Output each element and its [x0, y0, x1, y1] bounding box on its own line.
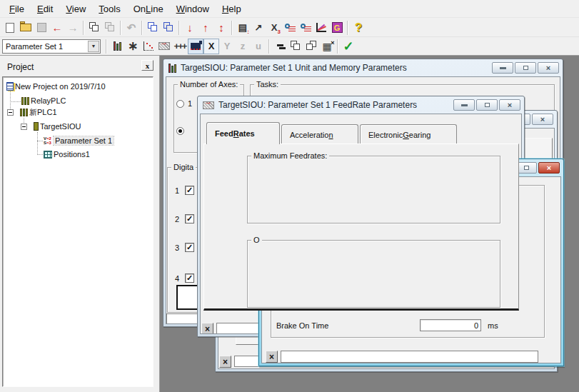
minimize-button[interactable]	[492, 62, 513, 74]
status-close-button[interactable]: ×	[266, 351, 278, 363]
feedrate-params-button[interactable]: →	[156, 39, 172, 54]
upload-button[interactable]: ↑	[198, 20, 213, 36]
g-code-button[interactable]: G	[329, 20, 345, 36]
digital-checkbox-1[interactable]: ✓	[185, 186, 194, 195]
tree-connector	[37, 154, 43, 155]
menu-online[interactable]: OnLine	[127, 1, 170, 16]
window-body: Feed Rates Acceleration Electronic Geari…	[200, 114, 522, 334]
register-search-button[interactable]: X3	[266, 20, 282, 36]
apply-button[interactable]: ✓	[341, 39, 356, 54]
download-button[interactable]: ↓	[182, 20, 198, 36]
unit-memory-params-icon	[114, 41, 121, 51]
unit-memory-params-button[interactable]	[109, 39, 125, 54]
verify-button[interactable]: ↕	[213, 20, 229, 36]
axis-u-button[interactable]: u	[251, 39, 266, 54]
close-table-button[interactable]: ▦×	[319, 39, 335, 54]
brake-on-time-input[interactable]: 0	[420, 319, 481, 331]
titlebar-unit-memory[interactable]: TargetSIOU: Parameter Set 1 Unit and Mem…	[163, 59, 563, 76]
parameter-set-combobox[interactable]: Parameter Set 1 ▼	[2, 39, 101, 54]
close-button[interactable]: ×	[499, 99, 520, 111]
tree-item-targetsiou[interactable]: TargetSIOU	[34, 121, 82, 131]
minimize-button[interactable]	[453, 99, 475, 111]
menu-edit[interactable]: Edit	[31, 1, 59, 16]
calibration-button[interactable]: +++	[172, 39, 188, 54]
back-button[interactable]: ←	[49, 20, 65, 36]
menu-file[interactable]: File	[3, 1, 31, 16]
calibration-icon: +++	[174, 41, 186, 51]
tree-connector	[37, 132, 38, 155]
toolbar-separator	[178, 21, 180, 35]
digital-checkbox-4[interactable]: ✓	[185, 273, 194, 283]
axes-radio-2[interactable]	[176, 127, 184, 135]
tree-item-project-root[interactable]: New Project on 2019/7/10	[6, 81, 107, 91]
menu-window[interactable]: Window	[170, 1, 216, 16]
find-value-icon	[284, 23, 296, 33]
save-button[interactable]	[34, 20, 49, 36]
collapse-expander-icon[interactable]	[7, 109, 14, 116]
titlebar-feedrate[interactable]: → TargetSIOU: Parameter Set 1 FeedRate P…	[198, 96, 524, 114]
chevron-down-icon[interactable]: ▼	[88, 41, 99, 52]
tab-electronic-gearing[interactable]: Electronic Gearing	[360, 124, 457, 144]
restore-button[interactable]	[515, 62, 536, 74]
axis-x-button[interactable]: X	[203, 39, 219, 54]
close-icon: x	[146, 61, 150, 70]
scatter-monitor-button[interactable]	[141, 39, 156, 54]
feedrate-params-icon: →	[158, 42, 170, 50]
star-tool-icon: ∗	[128, 40, 138, 52]
status-field	[281, 351, 538, 363]
open-button[interactable]	[18, 20, 34, 36]
project-tree[interactable]: New Project on 2019/7/10 RelayPLC 新PLC1 …	[2, 76, 153, 387]
close-button[interactable]: ×	[538, 162, 560, 174]
find-instruction-button[interactable]	[298, 20, 313, 36]
status-close-button[interactable]: ×	[201, 323, 213, 334]
new-file-button[interactable]	[2, 20, 18, 36]
tree-item-positions1[interactable]: Positions1	[44, 149, 91, 159]
toolbar-separator	[141, 21, 143, 35]
axes-radio-1[interactable]	[176, 100, 184, 108]
close-table-icon: ▦×	[322, 41, 331, 51]
tile-horizontal-button[interactable]	[272, 39, 288, 54]
menu-help[interactable]: Help	[216, 1, 248, 16]
checkbox-label: 4	[175, 274, 182, 283]
help-button[interactable]: ?	[351, 20, 366, 36]
tree-item-relayplc[interactable]: RelayPLC	[21, 96, 68, 106]
tab-acceleration[interactable]: Acceleration	[281, 124, 358, 144]
probe-icon: ↗	[255, 23, 263, 32]
menu-view[interactable]: View	[59, 1, 92, 16]
find-value-button[interactable]	[282, 20, 298, 36]
paste-doc-button[interactable]	[161, 20, 176, 36]
project-panel-close-button[interactable]: x	[141, 60, 153, 71]
forward-button[interactable]: →	[65, 20, 81, 36]
axis-y-button[interactable]: Y	[219, 39, 235, 54]
verify-icon: ↕	[218, 22, 224, 33]
unit-memory-params-icon	[168, 64, 176, 73]
copy-button[interactable]	[86, 20, 102, 36]
tree-item-plc1[interactable]: 新PLC1	[20, 107, 59, 117]
group-label: O	[251, 236, 262, 244]
time-chart-icon	[316, 23, 326, 32]
cascade-windows-button[interactable]	[288, 39, 303, 54]
close-button[interactable]: ×	[538, 62, 559, 74]
status-close-button[interactable]: ×	[219, 356, 231, 368]
undo-button[interactable]: ↶	[124, 20, 139, 36]
paste-button[interactable]	[102, 20, 118, 36]
copy-doc-button[interactable]	[145, 20, 161, 36]
tile-windows-button[interactable]	[303, 39, 319, 54]
time-chart-button[interactable]	[313, 20, 329, 36]
plc-module-icon	[20, 109, 28, 116]
monitor-list-button[interactable]: ▤:	[235, 20, 251, 36]
minimize-icon	[500, 67, 506, 69]
digital-checkbox-3[interactable]: ✓	[185, 243, 194, 252]
close-button[interactable]: ×	[532, 114, 553, 125]
tree-item-parameter-set-1[interactable]: V=2S=3 Parameter Set 1	[44, 136, 114, 146]
digital-checkbox-2[interactable]: ✓	[185, 214, 194, 223]
collapse-expander-icon[interactable]	[21, 124, 27, 130]
axis-z-button[interactable]: z	[235, 39, 251, 54]
tab-feed-rates[interactable]: Feed Rates	[206, 122, 280, 144]
menu-tools[interactable]: Tools	[92, 1, 126, 16]
project-panel-title: Project	[7, 62, 34, 72]
restore-button[interactable]	[476, 99, 498, 111]
probe-button[interactable]: ↗	[251, 20, 266, 36]
star-tool-button[interactable]: ∗	[125, 39, 141, 54]
servo-params-button[interactable]	[188, 39, 203, 54]
